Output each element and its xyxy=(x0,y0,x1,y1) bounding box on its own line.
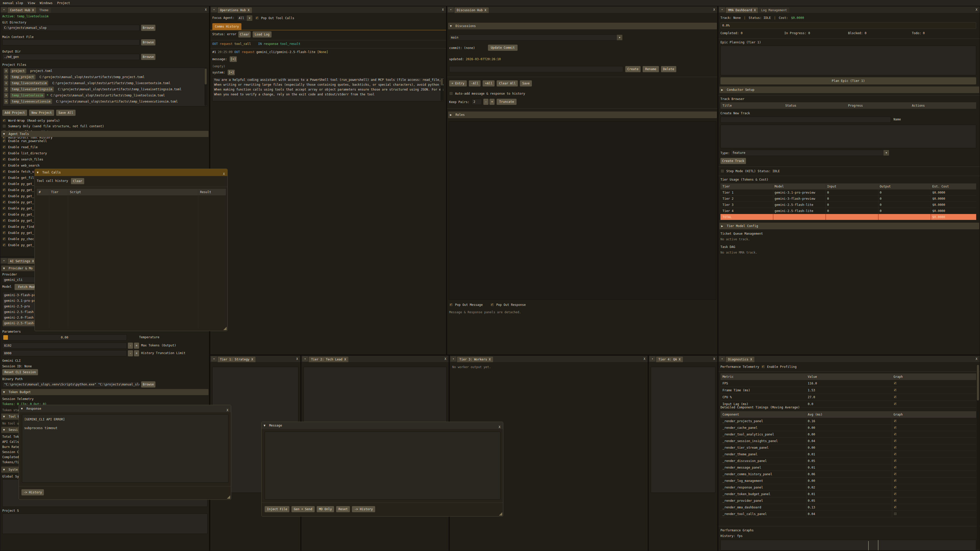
entry-action-button[interactable]: +All xyxy=(483,80,495,86)
option-row[interactable]: Summary Only (send file structure, not f… xyxy=(2,124,104,128)
close-icon[interactable]: X xyxy=(679,358,680,361)
remove-file-button[interactable]: x xyxy=(4,68,8,73)
message-action-button[interactable]: MD Only xyxy=(317,506,334,512)
checkbox[interactable] xyxy=(2,225,6,229)
close-icon[interactable]: X xyxy=(227,407,228,414)
tool-toggle-row[interactable]: Enable web_search xyxy=(2,164,47,167)
tab-list-icon[interactable]: ▾ xyxy=(448,7,454,12)
popout-message-row[interactable]: Pop Out Message Pop Out Response xyxy=(449,303,526,306)
tier-model-config-header[interactable]: ▶ Tier Model Config xyxy=(719,223,979,229)
discussion-history-area[interactable] xyxy=(449,121,716,300)
output-dir-input[interactable]: ./md_gen xyxy=(2,54,140,60)
remove-file-button[interactable]: x xyxy=(4,81,8,86)
max-tokens-input[interactable]: 8192 xyxy=(2,343,127,349)
project-file-row[interactable]: x temp_project C:\projects\manual_slop\t… xyxy=(3,74,207,80)
project-file-row[interactable]: x project project.toml xyxy=(3,68,207,74)
discussion-name-input[interactable] xyxy=(449,66,623,72)
close-icon[interactable]: X xyxy=(445,357,446,361)
tool-toggle-row[interactable]: Enable list_directory xyxy=(2,151,47,155)
checkbox[interactable] xyxy=(2,213,6,216)
agent-tools-header[interactable]: ▼ Agent Tools xyxy=(1,131,208,137)
graph-checkbox[interactable] xyxy=(894,486,897,489)
resize-grip[interactable] xyxy=(223,327,227,330)
graph-checkbox[interactable] xyxy=(894,439,897,443)
graph-checkbox[interactable] xyxy=(894,388,897,392)
close-icon[interactable]: X xyxy=(344,358,346,361)
checkbox[interactable] xyxy=(2,194,6,198)
tool-toggle-row[interactable]: Enable run_powershell xyxy=(2,139,47,143)
keep-pairs-input[interactable]: 2 xyxy=(472,99,482,105)
tool-toggle-row[interactable]: Enable search_files xyxy=(2,157,47,161)
message-input-area[interactable] xyxy=(265,432,501,499)
tab-list-icon[interactable]: ▾ xyxy=(719,356,725,362)
minus-button[interactable]: - xyxy=(128,343,133,349)
reset-cli-session-button[interactable]: Reset CLI Session xyxy=(2,369,38,375)
track-type-combo[interactable]: feature▼ xyxy=(731,150,889,156)
resize-grip[interactable] xyxy=(227,495,230,499)
discussion-combo[interactable]: main▼ xyxy=(449,35,623,41)
track-name-input[interactable] xyxy=(721,117,891,123)
file-tag[interactable]: temp_liveaisettingssim xyxy=(10,87,54,92)
tab-list-icon[interactable]: ▾ xyxy=(719,7,725,12)
graph-checkbox[interactable] xyxy=(894,402,897,406)
project-files-list[interactable]: x project project.toml x temp_project C:… xyxy=(2,68,207,106)
close-icon[interactable]: X xyxy=(248,8,249,12)
autoadd-row[interactable]: Auto-add message & response to history xyxy=(449,92,525,95)
graph-checkbox[interactable] xyxy=(894,452,897,456)
checkbox[interactable] xyxy=(2,237,6,241)
project-file-row[interactable]: x temp_livetoolssim * C:\projects\manual… xyxy=(3,92,207,98)
tier4-output-area[interactable] xyxy=(651,367,715,493)
resize-grip[interactable] xyxy=(499,512,502,516)
menu-item[interactable]: Project xyxy=(55,1,73,5)
checkbox[interactable] xyxy=(2,176,6,179)
chevron-down-icon[interactable]: ▼ xyxy=(883,150,889,156)
tab-theme[interactable]: Theme xyxy=(37,7,51,13)
message-action-button[interactable]: Inject File xyxy=(265,506,290,512)
tab-ai-settings[interactable]: AI Settings X xyxy=(8,259,36,264)
close-icon[interactable]: X xyxy=(713,8,715,11)
tab-mma-dashboard[interactable]: MMA Dashboard X xyxy=(726,7,758,13)
checkbox[interactable] xyxy=(490,303,494,306)
close-icon[interactable]: X xyxy=(499,424,501,430)
close-icon[interactable]: X xyxy=(205,8,207,11)
close-icon[interactable]: X xyxy=(442,8,444,11)
checkbox[interactable] xyxy=(2,124,6,128)
graph-checkbox[interactable] xyxy=(894,472,897,476)
checkbox[interactable] xyxy=(761,365,765,368)
binary-path-input[interactable]: "C:\projects\manual_slop\.venv\Scripts\p… xyxy=(2,381,140,387)
plus-button[interactable]: + xyxy=(134,350,139,356)
tab-tier4[interactable]: Tier 4: QA X xyxy=(656,357,683,362)
tab-tier3[interactable]: Tier 3: Workers X xyxy=(457,357,493,362)
checkbox[interactable] xyxy=(2,139,6,143)
tab-context-hub[interactable]: Context Hub X xyxy=(8,7,36,13)
checkbox[interactable] xyxy=(2,206,6,210)
graph-checkbox[interactable] xyxy=(894,505,897,509)
graph-checkbox[interactable] xyxy=(894,395,897,399)
graph-checkbox[interactable] xyxy=(894,432,897,436)
checkbox[interactable] xyxy=(2,200,6,204)
main-context-input[interactable] xyxy=(2,39,140,45)
system-prompt-preview[interactable]: You are a helpful coding assistant with … xyxy=(212,77,444,101)
close-icon[interactable]: X xyxy=(750,358,752,361)
menu-item[interactable]: manual slop xyxy=(0,1,25,5)
temperature-slider[interactable]: 0.00 xyxy=(2,334,127,341)
checkbox[interactable] xyxy=(449,92,453,95)
entry-action-button[interactable]: -All xyxy=(469,80,481,86)
graph-checkbox[interactable] xyxy=(894,446,897,449)
git-browse-button[interactable]: Browse xyxy=(141,25,156,31)
remove-file-button[interactable]: x xyxy=(4,99,8,104)
checkbox[interactable] xyxy=(2,243,6,247)
delete-button[interactable]: Delete xyxy=(661,66,676,72)
checkbox[interactable] xyxy=(2,164,6,167)
main-browse-button[interactable]: Browse xyxy=(141,39,156,45)
entry-action-button[interactable]: Save xyxy=(520,80,532,86)
close-icon[interactable]: X xyxy=(296,357,298,361)
checkbox[interactable] xyxy=(2,182,6,186)
project-file-row[interactable]: x temp_liveexecutionsim C:\projects\manu… xyxy=(3,98,207,105)
expand-message-button[interactable]: [+] xyxy=(230,56,237,62)
tool-toggle-row[interactable]: Enable read_file xyxy=(2,145,47,149)
entry-action-button[interactable]: Clear All xyxy=(496,80,518,86)
graph-checkbox[interactable] xyxy=(894,465,897,469)
tool-calls-titlebar[interactable]: ▼ Tool CallsX xyxy=(35,169,228,176)
project-action-button[interactable]: Add Project xyxy=(2,110,27,116)
